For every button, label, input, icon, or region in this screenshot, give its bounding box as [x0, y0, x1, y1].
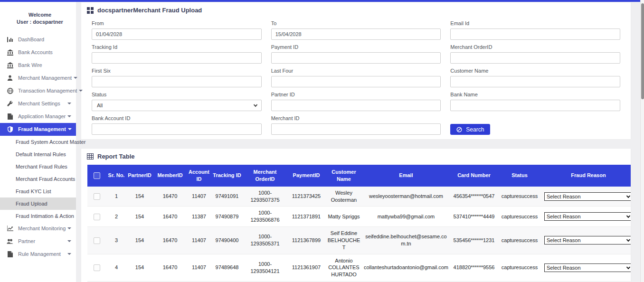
email-id-input[interactable]: [450, 28, 620, 40]
field-bank-account-id: Bank Account ID: [92, 115, 262, 135]
sidebar-item-merchant-settings[interactable]: Merchant Settings: [0, 97, 76, 110]
row-checkbox[interactable]: [94, 214, 100, 220]
first-six-label: First Six: [92, 68, 262, 74]
field-partner-id: Partner ID: [271, 92, 441, 111]
filters-card: docspartnerMerchant Fraud Upload From To…: [81, 2, 631, 140]
welcome-user: User : docspartner: [7, 19, 73, 26]
tracking-id-label: Tracking Id: [92, 44, 262, 50]
chevron-down-icon: [67, 103, 71, 104]
vertical-scrollbar[interactable]: [640, 0, 644, 282]
cell-card-number: 537410******4449: [450, 207, 498, 227]
cell-card-number: 456354******0547: [450, 187, 498, 207]
bank-account-id-input[interactable]: [92, 123, 262, 135]
payment-id-input[interactable]: [271, 52, 441, 64]
field-payment-id: Payment ID: [271, 44, 441, 64]
sidebar-item-fraud-management[interactable]: Fraud Management: [0, 123, 76, 136]
scrollbar-thumb[interactable]: [641, 3, 644, 99]
sidebar-item-bank-accounts[interactable]: Bank Accounts: [0, 46, 76, 59]
table-header-row: Sr. No. PartnerID MemberID Account ID Tr…: [87, 165, 631, 187]
top-accent-bar: [0, 0, 640, 2]
sidebar-item-bank-wire[interactable]: Bank Wire: [0, 59, 76, 72]
chevron-down-icon: [67, 115, 71, 117]
sidebar-item-label: Rule Management: [18, 251, 66, 257]
submenu-item-default-internal-rules[interactable]: Default Internal Rules: [0, 148, 76, 160]
merchant-orderid-input[interactable]: [450, 52, 620, 64]
fraud-reason-select[interactable]: Select Reason: [544, 212, 631, 221]
status-select[interactable]: All: [92, 100, 262, 111]
search-cell: Search: [450, 115, 620, 135]
sidebar-item-application-manager[interactable]: Application Manager: [0, 110, 76, 123]
sidebar-item-dashboard[interactable]: DashBoard: [0, 33, 76, 46]
submenu-item-merchant-fraud-accounts[interactable]: Merchant Fraud Accounts: [0, 173, 76, 185]
tracking-id-input[interactable]: [92, 52, 262, 64]
field-customer-name: Customer Name: [450, 68, 620, 87]
sidebar-item-label: Transaction Management: [18, 88, 77, 94]
bank-icon: [7, 49, 13, 56]
merchant-id-input[interactable]: [271, 123, 441, 135]
to-input[interactable]: [271, 28, 441, 40]
col-card-number: Card Number: [450, 165, 498, 187]
cell-fraud-reason: Select Reason: [541, 207, 631, 227]
field-to: To: [271, 20, 441, 40]
cell-customer-name: Antonio COLLANTES HURTADO: [326, 254, 362, 282]
cell-email: wesleyoosterman@hotmail.com: [362, 187, 450, 207]
col-customer-name: Customer Name: [326, 165, 362, 187]
submenu-item-fraud-system-account-master[interactable]: Fraud System Account Master: [0, 136, 76, 148]
cell-customer-name: Seif Eddine BELHOUCHET: [326, 227, 362, 254]
cell-tracking-id: 97490879: [211, 207, 243, 227]
search-button[interactable]: Search: [450, 124, 490, 135]
chevron-down-icon: [68, 128, 72, 130]
report-table-wrap: Sr. No. PartnerID MemberID Account ID Tr…: [81, 160, 631, 282]
submenu-item-fraud-kyc-list[interactable]: Fraud KYC List: [0, 185, 76, 197]
select-all-checkbox[interactable]: [94, 172, 100, 179]
partner-id-input[interactable]: [271, 100, 441, 111]
fraud-reason-select[interactable]: Select Reason: [544, 236, 631, 244]
customer-name-input[interactable]: [450, 76, 620, 87]
last-four-input[interactable]: [271, 76, 441, 87]
cell-card-number: 535456******1231: [450, 227, 498, 254]
from-input[interactable]: [92, 28, 262, 40]
merchant-orderid-label: Merchant OrderID: [450, 44, 620, 50]
col-fraud-reason: Fraud Reason: [541, 165, 631, 187]
file-icon: [7, 251, 13, 257]
fraud-reason-select[interactable]: Select Reason: [544, 192, 631, 201]
cell-member-id: 16470: [153, 227, 187, 254]
row-checkbox[interactable]: [94, 237, 100, 244]
cell-partner-id: 154: [126, 254, 153, 282]
col-email: Email: [362, 165, 450, 187]
col-tracking-id: Tracking ID: [211, 165, 243, 187]
cell-fraud-reason: Select Reason: [541, 187, 631, 207]
submenu-item-fraud-intimation-action[interactable]: Fraud Intimation & Action: [0, 210, 76, 222]
cell-customer-name: Wesley Oosterman: [326, 187, 362, 207]
sidebar-item-label: Bank Accounts: [18, 49, 71, 55]
fraud-reason-select[interactable]: Select Reason: [544, 263, 631, 272]
sidebar-item-partner[interactable]: Partner: [0, 235, 76, 248]
cell-payment-id: 1121371891: [287, 207, 326, 227]
sidebar-item-rule-management[interactable]: Rule Management: [0, 248, 76, 261]
to-label: To: [271, 20, 441, 26]
submenu-item-merchant-fraud-rules[interactable]: Merchant Fraud Rules: [0, 160, 76, 173]
bank-name-input[interactable]: [450, 100, 620, 111]
row-checkbox[interactable]: [94, 264, 100, 271]
sidebar-item-transaction-management[interactable]: Transaction Management: [0, 85, 76, 97]
cell-email: mattywba99@gmail.com: [362, 207, 450, 227]
shield-icon: [7, 126, 13, 132]
field-merchant-orderid: Merchant OrderID: [450, 44, 620, 64]
field-first-six: First Six: [92, 68, 262, 87]
fraud-submenu: Fraud System Account Master Default Inte…: [0, 136, 76, 222]
sidebar-item-merchant-monitoring[interactable]: Merchant Monitoring: [0, 222, 76, 235]
welcome-line: Welcome: [7, 11, 73, 19]
cell-sr-no: 1: [106, 187, 126, 207]
sidebar-item-merchant-management[interactable]: Merchant Management: [0, 72, 76, 85]
row-checkbox[interactable]: [94, 193, 100, 200]
cell-status: capturesuccess: [498, 254, 541, 282]
file-icon: [7, 113, 13, 120]
cell-member-id: 16470: [153, 207, 187, 227]
chevron-down-icon: [67, 240, 71, 242]
col-sr-no: Sr. No.: [106, 165, 126, 187]
first-six-input[interactable]: [92, 76, 262, 87]
cell-partner-id: 154: [126, 207, 153, 227]
cell-customer-name: Matty Spriggs: [326, 207, 362, 227]
sidebar: Welcome User : docspartner DashBoard Ban…: [0, 2, 76, 282]
submenu-item-fraud-upload[interactable]: Fraud Upload: [0, 197, 76, 210]
